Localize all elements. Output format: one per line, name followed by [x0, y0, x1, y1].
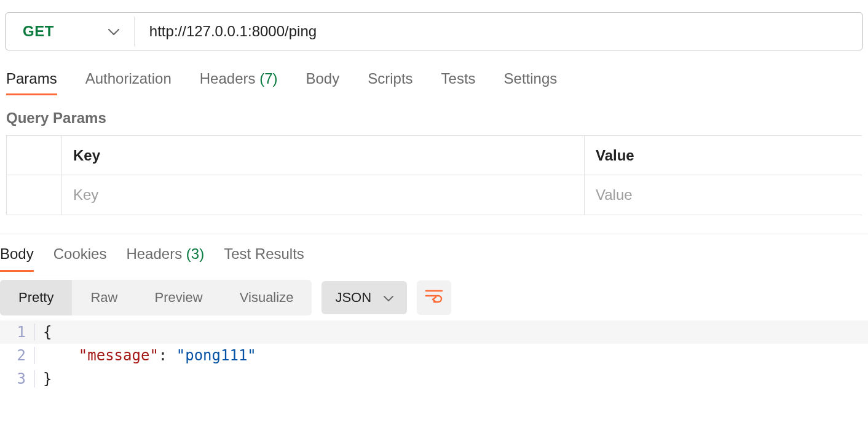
row-key-cell [62, 175, 585, 215]
resp-tab-cookies[interactable]: Cookies [53, 245, 107, 271]
response-tabs: Body Cookies Headers (3) Test Results [0, 234, 868, 271]
param-value-input[interactable] [596, 186, 851, 204]
param-key-input[interactable] [73, 186, 573, 204]
table-header-row: Key Value [7, 136, 862, 175]
tab-label: Scripts [368, 70, 412, 87]
tab-label: Test Results [224, 245, 304, 262]
response-body-code[interactable]: 1{2 "message": "pong111"3} [0, 315, 868, 390]
code-content: "message": "pong111" [43, 347, 256, 364]
tab-label: Body [0, 245, 34, 262]
row-checkbox-cell[interactable] [7, 175, 62, 215]
table-header-key[interactable]: Key [62, 136, 585, 175]
line-number: 2 [0, 347, 43, 364]
response-format-select[interactable]: JSON [322, 281, 407, 314]
code-content: } [43, 370, 52, 387]
tab-label: Tests [441, 70, 476, 87]
table-row [7, 175, 862, 215]
code-line[interactable]: 1{ [0, 320, 868, 344]
row-value-cell [585, 175, 862, 215]
code-content: { [43, 323, 52, 341]
tab-count: (7) [259, 70, 277, 87]
tab-label: Headers [200, 70, 256, 87]
resp-tab-headers[interactable]: Headers (3) [126, 245, 204, 271]
tab-scripts[interactable]: Scripts [368, 70, 412, 95]
tab-label: Authorization [85, 70, 172, 87]
request-url-input[interactable] [135, 23, 862, 40]
table-header-checkbox[interactable] [7, 136, 62, 175]
query-params-title: Query Params [0, 95, 868, 135]
view-preview[interactable]: Preview [136, 280, 221, 315]
line-wrap-icon [425, 288, 443, 307]
query-params-table: Key Value [6, 135, 862, 215]
code-line[interactable]: 3} [0, 367, 868, 390]
tab-label: Params [6, 70, 57, 87]
http-method-select[interactable]: GET [6, 17, 135, 46]
tab-label: Headers [126, 245, 182, 262]
view-raw[interactable]: Raw [72, 280, 136, 315]
tab-count: (3) [186, 245, 204, 262]
line-number: 3 [0, 370, 43, 387]
format-value: JSON [335, 290, 371, 306]
request-url-bar: GET [5, 12, 863, 50]
http-method-value: GET [23, 23, 54, 40]
tab-label: Cookies [53, 245, 107, 262]
resp-tab-test-results[interactable]: Test Results [224, 245, 304, 271]
code-line[interactable]: 2 "message": "pong111" [0, 344, 868, 367]
request-tabs: Params Authorization Headers (7) Body Sc… [0, 57, 868, 95]
chevron-down-icon [384, 290, 393, 306]
view-pretty[interactable]: Pretty [0, 280, 72, 315]
response-toolbar: Pretty Raw Preview Visualize JSON [0, 271, 868, 315]
tab-authorization[interactable]: Authorization [85, 70, 172, 95]
line-number: 1 [0, 323, 43, 341]
tab-body[interactable]: Body [306, 70, 340, 95]
line-wrap-button[interactable] [417, 280, 451, 315]
view-visualize[interactable]: Visualize [221, 280, 312, 315]
resp-tab-body[interactable]: Body [0, 245, 34, 271]
tab-params[interactable]: Params [6, 70, 57, 95]
tab-tests[interactable]: Tests [441, 70, 476, 95]
view-mode-group: Pretty Raw Preview Visualize [0, 280, 312, 315]
tab-label: Body [306, 70, 340, 87]
tab-headers[interactable]: Headers (7) [200, 70, 278, 95]
tab-label: Settings [504, 70, 558, 87]
table-header-value[interactable]: Value [585, 136, 862, 175]
tab-settings[interactable]: Settings [504, 70, 558, 95]
chevron-down-icon [108, 23, 119, 39]
